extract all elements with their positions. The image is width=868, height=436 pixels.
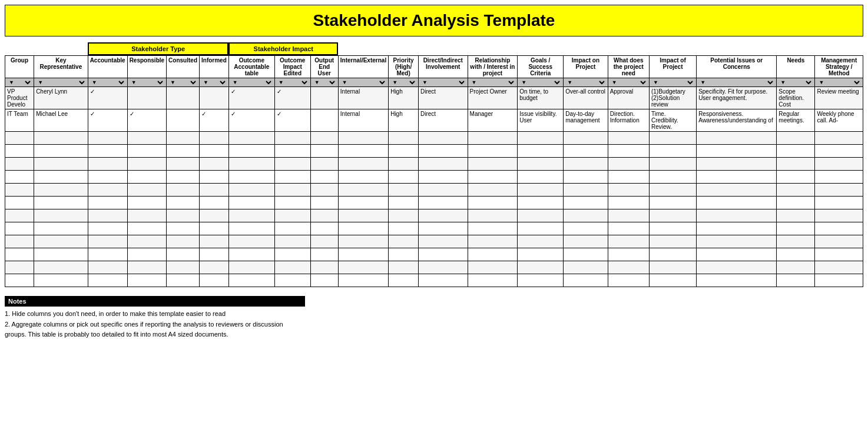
table-cell: ✓ [274, 109, 310, 132]
table-cell-empty [418, 158, 468, 171]
table-cell-empty [389, 184, 419, 197]
table-cell-empty [777, 261, 815, 274]
table-cell-empty [468, 132, 518, 145]
filter-row: ▼ ▼ ▼ ▼ ▼ ▼ ▼ ▼ ▼ ▼ ▼ ▼ ▼ ▼ ▼ ▼ ▼ [5, 78, 863, 87]
filter-informed[interactable]: ▼ [200, 78, 229, 87]
table-cell: Project Owner [468, 87, 518, 109]
page-title: Stakeholder Analysis Template [5, 5, 863, 36]
table-cell-empty [815, 274, 863, 287]
table-cell-empty [564, 171, 608, 184]
table-cell-empty [564, 274, 608, 287]
table-cell-empty [167, 184, 200, 197]
table-cell-empty [608, 132, 649, 145]
table-cell-empty [34, 248, 88, 261]
table-cell-empty [34, 145, 88, 158]
table-cell: Scope definition. Cost [777, 87, 815, 109]
table-cell-empty [310, 274, 338, 287]
filter-priority[interactable]: ▼ [389, 78, 419, 87]
table-cell-empty [228, 261, 274, 274]
table-cell-empty [777, 145, 815, 158]
table-cell-empty [167, 158, 200, 171]
table-cell-empty [34, 209, 88, 222]
table-cell: Time. Credibility. Review. [649, 109, 696, 132]
table-cell-empty [228, 274, 274, 287]
table-cell-empty [5, 222, 34, 235]
table-cell-empty [200, 158, 229, 171]
filter-responsible[interactable]: ▼ [127, 78, 166, 87]
filter-internal[interactable]: ▼ [338, 78, 388, 87]
table-cell-empty [34, 222, 88, 235]
filter-needs[interactable]: ▼ [777, 78, 815, 87]
table-cell-empty [608, 248, 649, 261]
table-cell-empty [564, 158, 608, 171]
table-cell-empty [5, 274, 34, 287]
table-cell-empty [167, 248, 200, 261]
table-cell-empty [167, 274, 200, 287]
table-cell-empty [274, 184, 310, 197]
table-cell-empty [5, 248, 34, 261]
table-cell-empty [127, 132, 166, 145]
table-cell-empty [338, 261, 388, 274]
table-cell: Review meeting [815, 87, 863, 109]
table-cell-empty [815, 235, 863, 248]
filter-what-does[interactable]: ▼ [608, 78, 649, 87]
table-row-empty [5, 197, 863, 209]
table-cell-empty [127, 197, 166, 209]
table-cell-empty [608, 274, 649, 287]
table-cell-empty [167, 235, 200, 248]
filter-impact-on[interactable]: ▼ [564, 78, 608, 87]
filter-relationship[interactable]: ▼ [468, 78, 518, 87]
notes-section: Notes 1. Hide columns you don't need, in… [5, 296, 305, 340]
filter-outcome-accountable[interactable]: ▼ [228, 78, 274, 87]
filter-management[interactable]: ▼ [815, 78, 863, 87]
table-cell: High [389, 87, 419, 109]
table-cell-empty [200, 209, 229, 222]
filter-accountable[interactable]: ▼ [88, 78, 127, 87]
filter-output[interactable]: ▼ [310, 78, 338, 87]
col-group: Group [5, 56, 34, 78]
table-cell-empty [338, 171, 388, 184]
table-cell-empty [34, 235, 88, 248]
filter-impact-of[interactable]: ▼ [649, 78, 696, 87]
table-cell-empty [608, 158, 649, 171]
table-cell-empty [389, 209, 419, 222]
table-cell-empty [5, 145, 34, 158]
table-cell-empty [518, 171, 564, 184]
filter-direct[interactable]: ▼ [418, 78, 468, 87]
table-cell-empty [697, 209, 777, 222]
table-cell-empty [389, 222, 419, 235]
table-cell-empty [518, 235, 564, 248]
table-cell-empty [274, 248, 310, 261]
table-cell-empty [127, 158, 166, 171]
filter-goals[interactable]: ▼ [518, 78, 564, 87]
table-cell-empty [518, 132, 564, 145]
table-row-empty [5, 184, 863, 197]
table-cell-empty [418, 235, 468, 248]
table-cell-empty [200, 145, 229, 158]
table-cell-empty [518, 145, 564, 158]
table-cell-empty [167, 222, 200, 235]
table-cell-empty [649, 248, 696, 261]
filter-consulted[interactable]: ▼ [167, 78, 200, 87]
table-cell: Direct [418, 109, 468, 132]
table-cell-empty [697, 145, 777, 158]
table-cell-empty [228, 158, 274, 171]
table-cell: ✓ [127, 109, 166, 132]
table-cell-empty [228, 235, 274, 248]
table-cell-empty [815, 261, 863, 274]
table-cell-empty [34, 132, 88, 145]
table-row-empty [5, 171, 863, 184]
filter-outcome-impact[interactable]: ▼ [274, 78, 310, 87]
table-cell-empty [468, 248, 518, 261]
col-needs: Needs [777, 56, 815, 78]
table-cell-empty [274, 132, 310, 145]
filter-key-rep[interactable]: ▼ [34, 78, 88, 87]
table-cell-empty [518, 158, 564, 171]
table-cell-empty [34, 197, 88, 209]
filter-potential[interactable]: ▼ [697, 78, 777, 87]
col-internal: Internal/External [338, 56, 388, 78]
filter-group[interactable]: ▼ [5, 78, 34, 87]
table-cell-empty [777, 248, 815, 261]
table-cell-empty [88, 132, 127, 145]
table-row-empty [5, 261, 863, 274]
